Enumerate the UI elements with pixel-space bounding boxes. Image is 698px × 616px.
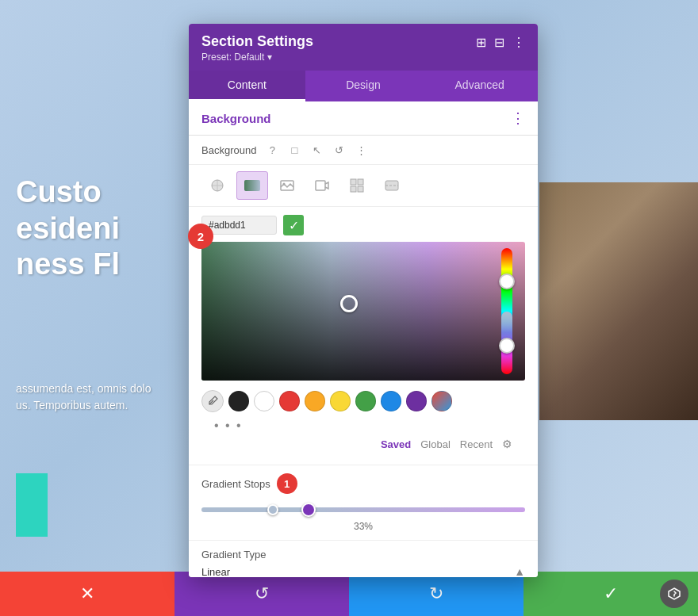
color-picker-circle[interactable] [340,295,358,312]
svg-point-3 [283,183,286,186]
color-tabs: Saved Global Recent ⚙ [201,436,525,457]
tab-advanced[interactable]: Advanced [421,71,538,101]
action-bar: ✕ ↺ ↻ ✓ [0,572,698,616]
section-header: Background ⋮ [189,101,538,136]
color-gradient-canvas[interactable] [201,242,525,381]
gradient-stop-2[interactable] [301,503,316,517]
modal-title: Section Settings [201,33,313,50]
right-photo [539,182,698,420]
hex-input-row: ✓ [201,215,525,235]
background-row: Background ? □ ↖ ↺ ⋮ [189,136,538,165]
background-icons: ? □ ↖ ↺ ⋮ [264,142,369,158]
gradient-stops-section: Gradient Stops 1 33% [189,465,538,540]
color-settings-icon[interactable]: ⚙ [502,438,512,450]
svg-rect-4 [316,181,325,190]
opacity-track[interactable] [501,312,512,375]
section-settings-modal: Section Settings Preset: Default ▾ ⊞ ⊟ ⋮… [189,24,538,577]
type-video[interactable] [306,171,338,200]
eyedropper-button[interactable] [201,390,224,412]
type-gradient[interactable] [236,171,268,200]
type-image[interactable] [271,171,303,200]
swatch-yellow[interactable] [330,391,351,411]
device-icon[interactable]: □ [286,142,302,158]
modal-preset[interactable]: Preset: Default ▾ [201,52,313,63]
background-label: Background [201,144,256,156]
swatches-row [201,387,525,415]
modal-tabs: Content Design Advanced [189,71,538,101]
swatch-black[interactable] [228,391,249,411]
gradient-type-section: Gradient Type Linear ▲ [189,540,538,577]
cursor-icon[interactable]: ↖ [309,142,324,158]
cancel-button[interactable]: ✕ [0,572,174,616]
gradient-stops-header: Gradient Stops 1 [201,473,525,494]
tab-content[interactable]: Content [189,71,305,101]
opacity-slider[interactable] [498,312,516,375]
svg-rect-6 [358,179,363,185]
teal-accent [16,473,48,537]
help-floating-button[interactable] [660,580,688,608]
swatch-blue[interactable] [381,391,401,411]
hero-subtext: assumenda est, omnis dolo us. Temporibus… [16,381,151,414]
reset-icon[interactable]: ↺ [331,142,347,158]
svg-rect-7 [351,186,356,192]
badge-1: 1 [277,473,297,494]
section-menu-icon[interactable]: ⋮ [511,109,525,127]
gradient-stops-title: Gradient Stops [201,478,270,490]
swatch-gradient[interactable] [431,391,452,411]
color-tab-global[interactable]: Global [420,438,451,450]
swatch-white[interactable] [254,391,274,411]
hue-thumb[interactable] [499,274,515,289]
redo-button[interactable]: ↻ [349,572,524,616]
modal-header-icons: ⊞ ⊟ ⋮ [476,35,525,50]
swatch-orange[interactable] [305,391,325,411]
type-color[interactable] [201,171,233,200]
gradient-type-value[interactable]: Linear ▲ [201,565,525,577]
modal-body: Background ⋮ Background ? □ ↖ ↺ ⋮ [189,101,538,577]
type-pattern[interactable] [341,171,373,200]
help-icon-bg[interactable]: ? [264,142,280,158]
more-dots[interactable]: • • • [214,419,512,433]
svg-rect-5 [351,179,356,185]
swatch-red[interactable] [279,391,300,411]
color-tab-recent[interactable]: Recent [460,438,493,450]
type-mask[interactable] [376,171,408,200]
gradient-stops-track [201,507,525,512]
opacity-thumb[interactable] [499,338,515,354]
fullscreen-icon[interactable]: ⊞ [476,35,486,50]
color-tab-saved[interactable]: Saved [381,438,411,450]
columns-icon[interactable]: ⊟ [494,35,504,50]
gradient-type-title: Gradient Type [201,549,525,561]
hex-confirm-button[interactable]: ✓ [283,215,304,235]
gradient-type-arrow: ▲ [514,565,525,577]
gradient-stops-slider[interactable] [201,502,525,518]
bg-type-icons [189,165,538,207]
gradient-stop-percent: 33% [201,521,525,532]
hero-text: Custo esideni ness Fl [16,174,120,283]
tab-design[interactable]: Design [305,71,422,101]
options-icon[interactable]: ⋮ [353,142,369,158]
swatch-green[interactable] [355,391,376,411]
more-options-icon[interactable]: ⋮ [512,35,525,50]
badge-2: 2 [188,224,213,249]
section-title: Background [201,112,271,125]
modal-header: Section Settings Preset: Default ▾ ⊞ ⊟ ⋮ [189,24,538,71]
svg-rect-8 [358,186,363,192]
gradient-stop-1[interactable] [267,504,278,515]
undo-button[interactable]: ↺ [174,572,349,616]
color-picker-area: ✓ [189,207,538,465]
svg-rect-1 [244,180,260,191]
swatch-purple[interactable] [406,391,427,411]
